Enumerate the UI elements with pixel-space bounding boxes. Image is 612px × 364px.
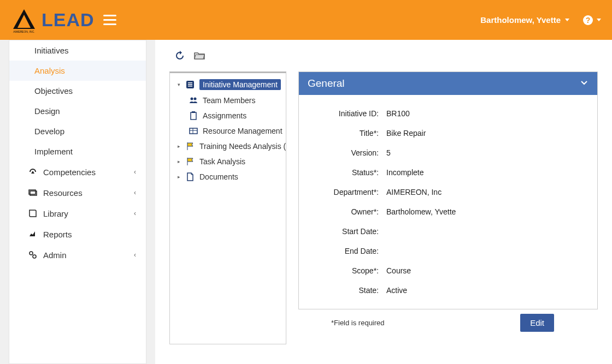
tree-node-resource-mgmt[interactable]: Resource Management xyxy=(170,123,286,139)
nav-section-library[interactable]: Library ‹ xyxy=(9,203,146,224)
chevron-left-icon: ‹ xyxy=(134,251,136,259)
nav-item-objectives[interactable]: Objectives xyxy=(9,81,146,101)
field-row: Owner*:Bartholomew, Yvette xyxy=(310,202,586,222)
tree-node-team-members[interactable]: Team Members xyxy=(170,93,286,108)
chart-icon xyxy=(28,229,38,239)
field-value: BR100 xyxy=(386,109,410,118)
svg-text:AIMEREON, INC.: AIMEREON, INC. xyxy=(13,30,34,33)
nav-item-initiatives[interactable]: Initiatives xyxy=(9,40,146,61)
header-left: AIMEREON, INC. LEAD xyxy=(11,7,116,33)
nav-section-competencies[interactable]: Competencies ‹ xyxy=(9,162,146,182)
svg-point-11 xyxy=(191,98,193,100)
toolbar xyxy=(169,50,598,62)
tree-node-label: Resource Management xyxy=(203,127,283,135)
collapse-button[interactable] xyxy=(580,77,589,89)
field-value: Course xyxy=(386,266,411,275)
tree-toggle-icon[interactable]: ▸ xyxy=(176,174,181,180)
chevron-left-icon: ‹ xyxy=(134,210,136,217)
content-split: ▾ Initiative Management Team Members Ass… xyxy=(169,71,598,344)
help-dropdown[interactable]: ? xyxy=(582,15,601,26)
field-value: AIMEREON, Inc xyxy=(386,188,442,196)
chevron-left-icon: ‹ xyxy=(134,168,136,176)
layout: Initiatives Analysis Objectives Design D… xyxy=(0,40,612,364)
app-header: AIMEREON, INC. LEAD Bartholomew, Yvette … xyxy=(0,0,612,40)
tree-node-assignments[interactable]: Assignments xyxy=(170,108,286,123)
field-label: Owner*: xyxy=(310,207,386,216)
nav-section-reports[interactable]: Reports xyxy=(9,224,146,244)
flag-icon xyxy=(185,157,195,166)
svg-point-5 xyxy=(30,252,33,255)
tree-node-label: Assignments xyxy=(203,111,246,120)
svg-text:?: ? xyxy=(586,16,591,25)
field-label: Status*: xyxy=(310,168,386,177)
edit-button[interactable]: Edit xyxy=(520,314,554,332)
gauge-icon xyxy=(28,167,38,177)
caret-down-icon xyxy=(597,19,601,21)
svg-rect-15 xyxy=(190,128,197,134)
field-row: Department*:AIMEREON, Inc xyxy=(310,182,586,202)
nav-section-label: Admin xyxy=(43,250,67,260)
field-row: Title*:Bike Repair xyxy=(310,123,586,143)
nav-section-admin[interactable]: Admin ‹ xyxy=(9,244,146,265)
nav-item-analysis[interactable]: Analysis xyxy=(9,61,146,81)
field-value: Incomplete xyxy=(386,168,423,177)
panel-title: General xyxy=(308,77,345,89)
field-label: End Date: xyxy=(310,247,386,255)
doc-icon xyxy=(185,172,195,182)
tree-node-label: Initiative Management xyxy=(199,79,281,90)
grid-icon xyxy=(189,126,198,136)
nav-item-implement[interactable]: Implement xyxy=(9,141,146,162)
header-right: Bartholomew, Yvette ? xyxy=(480,15,601,26)
field-label: Scope*: xyxy=(310,266,386,275)
list-icon xyxy=(185,80,195,89)
chevron-down-icon xyxy=(580,78,589,87)
cards-icon xyxy=(28,188,38,198)
field-value: 5 xyxy=(386,148,391,157)
field-row: Status*:Incomplete xyxy=(310,163,586,182)
main-content: ▾ Initiative Management Team Members Ass… xyxy=(155,40,612,364)
book-icon xyxy=(28,208,38,218)
tree-node-label: Task Analysis xyxy=(199,157,245,166)
general-panel: General Initiative ID:BR100Title*:Bike R… xyxy=(298,71,598,309)
menu-toggle-button[interactable] xyxy=(103,15,116,25)
user-name: Bartholomew, Yvette xyxy=(480,15,561,25)
tree-node-task-analysis[interactable]: ▸ Task Analysis xyxy=(170,154,286,169)
people-icon xyxy=(189,96,198,105)
caret-down-icon xyxy=(565,19,569,21)
svg-rect-8 xyxy=(188,82,192,83)
tree-toggle-icon[interactable]: ▾ xyxy=(176,82,181,87)
svg-rect-14 xyxy=(192,111,195,113)
nav-section-resources[interactable]: Resources ‹ xyxy=(9,182,146,203)
user-dropdown[interactable]: Bartholomew, Yvette xyxy=(480,15,569,25)
gears-icon xyxy=(28,250,38,260)
field-label: Start Date: xyxy=(310,227,386,236)
field-value: Bartholomew, Yvette xyxy=(386,207,456,216)
svg-rect-10 xyxy=(188,86,192,87)
nav-item-design[interactable]: Design xyxy=(9,101,146,121)
panel-footer: *Field is required Edit xyxy=(298,309,598,332)
field-row: Version:5 xyxy=(310,143,586,163)
nav-section-label: Reports xyxy=(43,230,72,239)
field-row: Scope*:Course xyxy=(310,261,586,281)
logo-mark-icon: AIMEREON, INC. xyxy=(11,7,37,33)
history-button[interactable] xyxy=(174,50,186,62)
brand-text: LEAD xyxy=(42,9,95,31)
field-row: End Date: xyxy=(310,241,586,261)
field-label: State: xyxy=(310,286,386,295)
flag-icon xyxy=(185,141,195,151)
tree-node-documents[interactable]: ▸ Documents xyxy=(170,169,286,184)
svg-point-6 xyxy=(33,255,36,258)
tree-toggle-icon[interactable]: ▸ xyxy=(176,159,181,164)
logo[interactable]: AIMEREON, INC. LEAD xyxy=(11,7,95,33)
tree-node-initiative-management[interactable]: ▾ Initiative Management xyxy=(170,76,286,93)
folder-button[interactable] xyxy=(193,50,205,62)
tree-node-label: Training Needs Analysis (C xyxy=(199,142,286,151)
tree-node-training-needs[interactable]: ▸ Training Needs Analysis (C xyxy=(170,139,286,154)
nav-section-label: Competencies xyxy=(43,168,96,177)
detail-pane: General Initiative ID:BR100Title*:Bike R… xyxy=(298,71,598,344)
field-value: Bike Repair xyxy=(386,129,426,138)
tree-toggle-icon[interactable]: ▸ xyxy=(176,144,181,149)
field-label: Title*: xyxy=(310,129,386,138)
nav-item-develop[interactable]: Develop xyxy=(9,121,146,141)
field-row: Start Date: xyxy=(310,222,586,241)
